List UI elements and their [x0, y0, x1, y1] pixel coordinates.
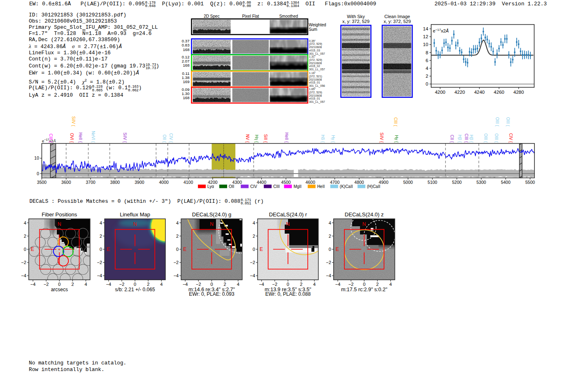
svg-text:0: 0: [37, 171, 39, 176]
svg-text:NeVI (: NeVI (: [91, 131, 95, 143]
svg-text:6: 6: [425, 58, 428, 63]
svg-text:0: 0: [134, 282, 136, 287]
svg-text:0: 0: [58, 282, 60, 287]
svg-text:5000: 5000: [403, 180, 413, 185]
svg-text:m:17.5 rc:2.9" s:0.2": m:17.5 rc:2.9" s:0.2": [341, 287, 387, 292]
svg-text:Lyα: Lyα: [207, 184, 214, 189]
svg-text:CIV {: CIV {: [169, 133, 173, 143]
svg-text:10: 10: [34, 155, 39, 160]
svg-text:E: E: [336, 246, 339, 252]
svg-text:−2: −2: [97, 260, 102, 265]
svg-text:4: 4: [176, 220, 179, 225]
svg-text:1.16": 1.16": [309, 72, 316, 74]
svg-text:2D Spec: 2D Spec: [204, 14, 219, 19]
svg-text:0: 0: [210, 282, 213, 287]
svg-text:4220: 4220: [455, 90, 465, 95]
svg-text:−2: −2: [44, 282, 49, 287]
svg-text:−2: −2: [272, 282, 278, 287]
svg-text:5500: 5500: [525, 180, 535, 185]
svg-text:0: 0: [287, 282, 289, 287]
svg-text:10: 10: [423, 42, 428, 47]
svg-text:v015_02: v015_02: [309, 65, 320, 68]
svg-text:2: 2: [176, 234, 179, 239]
svg-text:−4: −4: [174, 273, 179, 278]
svg-text:−4: −4: [30, 282, 36, 287]
svg-text:With Sky: With Sky: [347, 14, 365, 19]
svg-text:OII (: OII (: [162, 135, 167, 143]
svg-text:2: 2: [253, 234, 255, 239]
svg-text:(372, 529): (372, 529): [309, 42, 322, 46]
svg-text:E: E: [183, 246, 186, 252]
svg-text:20210608: 20210608: [309, 78, 322, 81]
svg-text:4500: 4500: [281, 180, 291, 185]
svg-text:3600: 3600: [61, 180, 71, 185]
svg-text:s/b: 2.21 +/- 0.065: s/b: 2.21 +/- 0.065: [115, 287, 155, 292]
svg-text:5100: 5100: [427, 180, 437, 185]
svg-text:2: 2: [300, 282, 302, 287]
svg-text:2: 2: [24, 234, 26, 239]
svg-text:HeII {: HeII {: [284, 132, 289, 143]
svg-text:Hγ {: Hγ {: [394, 135, 399, 143]
svg-text:(K)CaII: (K)CaII: [340, 184, 353, 189]
svg-text:3800: 3800: [110, 180, 120, 185]
svg-text:Hη {: Hη {: [254, 135, 259, 143]
svg-text:v015_01: v015_01: [309, 97, 320, 100]
svg-text:4800: 4800: [354, 180, 364, 185]
svg-text:301_LL_057: 301_LL_057: [309, 68, 325, 71]
svg-text:4: 4: [24, 220, 26, 225]
svg-text:DECaLS(24.0) z: DECaLS(24.0) z: [345, 211, 384, 218]
svg-text:2: 2: [71, 282, 74, 287]
svg-text:2: 2: [100, 234, 102, 239]
svg-text:−4: −4: [335, 282, 341, 287]
svg-text:EWr: 0, PLAE: 0.088: EWr: 0, PLAE: 0.088: [265, 291, 311, 297]
svg-text:Hδ {: Hδ {: [321, 135, 325, 143]
svg-text:−4: −4: [183, 282, 188, 287]
svg-text:SiIV {: SiIV {: [123, 132, 127, 143]
svg-text:4: 4: [85, 282, 87, 287]
svg-text:x, y: 372, 529: x, y: 372, 529: [383, 19, 411, 24]
svg-text:12: 12: [423, 34, 428, 39]
svg-text:Sum: Sum: [309, 27, 318, 32]
svg-text:N: N: [133, 221, 137, 227]
svg-text:OII: OII: [229, 184, 234, 189]
svg-text:4280: 4280: [513, 90, 524, 95]
svg-text:4: 4: [425, 66, 428, 71]
svg-text:20210608: 20210608: [309, 62, 322, 65]
svg-text:v015_03: v015_03: [309, 49, 320, 52]
svg-text:4700: 4700: [330, 180, 340, 185]
svg-text:−4: −4: [259, 282, 264, 287]
svg-text:CII {: CII {: [450, 135, 454, 143]
svg-text:4000: 4000: [159, 180, 169, 185]
svg-text:OIII (: OIII (: [506, 117, 510, 127]
svg-text:E: E: [31, 246, 34, 252]
svg-text:CIII {: CIII {: [49, 134, 53, 143]
svg-text:(372, 521): (372, 521): [309, 75, 322, 78]
svg-text:HeII: HeII: [317, 184, 325, 189]
svg-text:4: 4: [160, 282, 163, 287]
svg-text:Lineflux Map: Lineflux Map: [120, 211, 150, 218]
svg-text:e−17x2Å: e−17x2Å: [433, 28, 449, 33]
svg-text:2: 2: [329, 234, 331, 239]
svg-text:2: 2: [425, 74, 428, 79]
svg-text:−2: −2: [174, 260, 179, 265]
svg-text:−2: −2: [348, 282, 354, 287]
svg-text:SiII {: SiII {: [263, 134, 268, 143]
svg-text:4: 4: [313, 282, 316, 287]
svg-text:Smoothed: Smoothed: [279, 14, 298, 19]
svg-text:arcsecs: arcsecs: [51, 287, 68, 292]
svg-text:301_LL_057: 301_LL_057: [309, 100, 325, 104]
svg-text:SiIV (: SiIV (: [71, 116, 76, 127]
svg-text:8: 8: [425, 50, 428, 55]
svg-text:EWr: 0, PLAE: 0.093: EWr: 0, PLAE: 0.093: [189, 291, 235, 297]
svg-text:4400: 4400: [257, 180, 267, 185]
svg-text:−2: −2: [196, 282, 201, 287]
svg-text:5300: 5300: [476, 180, 486, 185]
svg-text:168: 168: [183, 47, 189, 52]
svg-text:4260: 4260: [494, 90, 504, 95]
svg-text:N: N: [58, 221, 61, 227]
svg-text:OIII (: OIII (: [483, 133, 488, 143]
svg-text:168: 168: [183, 95, 189, 100]
svg-text:4100: 4100: [183, 180, 193, 185]
svg-text:0: 0: [24, 247, 26, 252]
svg-text:20210608: 20210608: [309, 94, 322, 97]
